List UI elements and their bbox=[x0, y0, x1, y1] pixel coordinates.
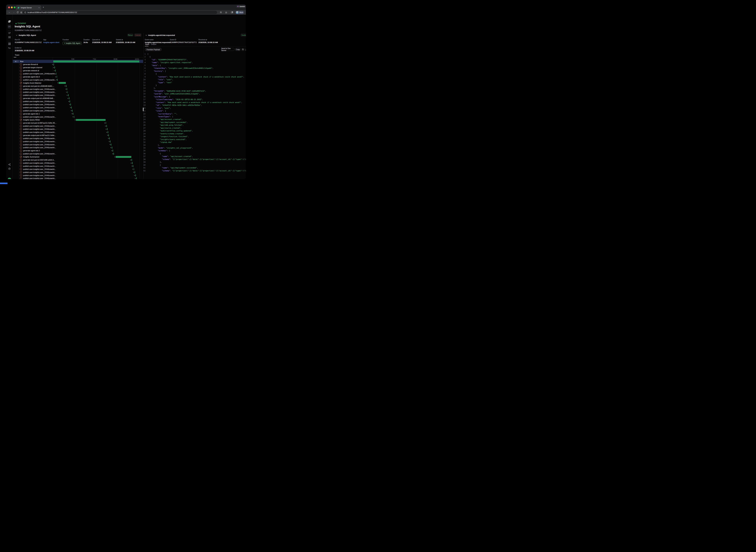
trace-span-row[interactable]: >_publish:user:insights:user_2VH6zowmh..… bbox=[13, 115, 143, 118]
trace-span-row[interactable]: >_generate-output-part-id-887aa111-5d4e.… bbox=[13, 134, 143, 137]
code-text: ], bbox=[148, 87, 156, 90]
trace-span-row[interactable]: >_publish:user:insights:user_2VH6zowmh..… bbox=[13, 152, 143, 155]
trace-span-row[interactable]: >_publish:user:insights:user_2VH6zowmh..… bbox=[13, 164, 143, 168]
forward-icon[interactable]: → bbox=[13, 11, 15, 13]
code-text: "data": { bbox=[148, 64, 161, 67]
site-info-icon[interactable] bbox=[24, 11, 26, 13]
trace-span-row[interactable]: >_generate-target-channel bbox=[13, 66, 143, 69]
invoke-button[interactable]: Invoke bbox=[241, 33, 246, 37]
minimize-window-button[interactable] bbox=[11, 7, 13, 8]
trace-span-row[interactable]: >_generate-output-part-id-c458648f-8d6..… bbox=[13, 97, 143, 100]
trace-span-row[interactable]: Insights Summarizer bbox=[13, 155, 143, 158]
dev-tools-button[interactable]: </> bbox=[8, 178, 11, 179]
step-icon: >_ bbox=[20, 159, 22, 161]
close-window-button[interactable] bbox=[8, 7, 10, 8]
trace-span-row[interactable]: >_publish:user:insights:user_2VH6zowmh..… bbox=[13, 140, 143, 143]
span-duration-bar bbox=[56, 73, 56, 75]
trace-span-row[interactable]: >_publish:user:insights:user_2VH6zowmh..… bbox=[13, 72, 143, 75]
trace-span-row[interactable]: >_publish:user:insights:user_2VH6zowmh..… bbox=[13, 109, 143, 112]
profile-chip[interactable]: Work bbox=[235, 11, 244, 14]
side-panel-icon[interactable] bbox=[231, 11, 233, 13]
step-icon: >_ bbox=[20, 91, 22, 93]
trace-span-row[interactable]: >_publish:user:insights:user_2VH6zowmh..… bbox=[13, 91, 143, 94]
tab-output[interactable]: Output bbox=[151, 43, 156, 45]
sidebar-divider bbox=[8, 30, 11, 31]
trace-span-row[interactable]: >_publish:user:insights:user_2VH6zowmh..… bbox=[13, 106, 143, 109]
bookmark-star-icon[interactable] bbox=[220, 11, 222, 13]
queue-tick bbox=[56, 80, 57, 80]
field-value[interactable]: insights-agent-client bbox=[43, 41, 59, 43]
trace-span-row[interactable]: >_publish:user:insights:user_2VH6zowmh..… bbox=[13, 78, 143, 81]
cancel-button[interactable]: Cancel bbox=[134, 33, 142, 37]
trace-span-row[interactable]: >_generate-agent-ids-0 bbox=[13, 75, 143, 79]
trace-span-row[interactable]: >_publish:user:insights:user_2VH6zowmh..… bbox=[13, 128, 143, 131]
sidebar-item-terminal[interactable] bbox=[6, 47, 13, 49]
trace-span-row[interactable]: >_publish:user:insights:user_2VH6zowmh..… bbox=[13, 143, 143, 146]
trace-span-row[interactable]: >_publish:user:insights:user_2VH6zowmh..… bbox=[13, 125, 143, 128]
code-text: }, bbox=[148, 161, 162, 163]
collapse-event-icon[interactable] bbox=[146, 34, 147, 35]
trace-span-row[interactable]: >_publish:user:insights:user_2VH6zowmh..… bbox=[13, 177, 143, 179]
code-text: "threadId": "3e84a93d-b2c6-4f28-bb47-cbd… bbox=[148, 90, 206, 93]
copy-button[interactable]: Copy bbox=[235, 48, 241, 51]
trace-span-row[interactable]: >_publish:user:insights:user_2VH6zowmh..… bbox=[13, 162, 143, 165]
tab-trace[interactable]: Trace bbox=[15, 54, 19, 56]
queue-tick bbox=[134, 175, 135, 176]
send-to-dev-server-button[interactable]: Send to Dev Server bbox=[221, 48, 234, 51]
back-icon[interactable]: ← bbox=[8, 11, 10, 13]
zoom-window-button[interactable] bbox=[14, 7, 15, 8]
extensions-icon[interactable] bbox=[225, 11, 227, 13]
trace-span-row[interactable]: >_generate-tool-part-id-887aa111-5d4e-45… bbox=[13, 121, 143, 125]
browser-tab[interactable]: Inngest Server × bbox=[16, 5, 41, 10]
trace-span-row[interactable]: >_publish:user:insights:user_2VH6zowmh..… bbox=[13, 100, 143, 103]
trace-span-row[interactable]: >_publish:user:insights:user_2VH6zowmh..… bbox=[13, 168, 143, 171]
sidebar-item-events[interactable] bbox=[6, 36, 13, 38]
span-count-chip[interactable]: 40 bbox=[14, 60, 19, 62]
trace-run-row[interactable]: 40 Run bbox=[13, 60, 143, 63]
trace-span-row[interactable]: >_generate-agent-ids-1 bbox=[13, 112, 143, 115]
function-payload-chip[interactable]: Function Payload bbox=[145, 48, 162, 51]
agent-icon bbox=[20, 119, 22, 121]
sidebar-item-runs[interactable] bbox=[6, 32, 13, 34]
trace-span-row[interactable]: >_publish:user:insights:user_2VH6zowmh..… bbox=[13, 171, 143, 174]
queue-tick bbox=[72, 113, 72, 114]
trace-span-row[interactable]: >_publish:user:insights:user_2VH6zowmh..… bbox=[13, 103, 143, 106]
trace-span-row[interactable]: >_publish:user:insights:user_2VH6zowmh..… bbox=[13, 146, 143, 149]
trace-span-row[interactable]: >_generate-network-id bbox=[13, 69, 143, 72]
rerun-button[interactable]: Rerun bbox=[128, 33, 133, 37]
tab-close-icon[interactable]: × bbox=[39, 7, 40, 9]
trace-span-row[interactable]: >_generate-tool-part-id-c458648f-8d60-..… bbox=[13, 85, 143, 88]
payload-code-editor[interactable]: 1[2 {3 "id": "01KHRMPVZP0V977KAT2GP3ST7J… bbox=[143, 53, 246, 179]
reload-icon[interactable] bbox=[17, 11, 19, 13]
share-icon[interactable] bbox=[6, 163, 13, 166]
code-line: 12 } bbox=[143, 84, 246, 87]
collapse-run-icon[interactable] bbox=[16, 34, 17, 35]
trace-span-row[interactable]: >_generate-text-part-id-9357e5f0-a530-4.… bbox=[13, 158, 143, 162]
gemini-badge[interactable]: Gemini bbox=[236, 5, 246, 8]
trace-span-label: generate-network-id bbox=[23, 70, 39, 72]
trace-span-row[interactable]: >_generate-thread-id bbox=[13, 63, 143, 66]
trace-span-row[interactable]: Insights Event Matcher bbox=[13, 81, 143, 85]
trace-span-row[interactable]: >_publish:user:insights:user_2VH6zowmh..… bbox=[13, 131, 143, 134]
trace-span-row[interactable]: >_publish:user:insights:user_2VH6zowmh..… bbox=[13, 88, 143, 91]
tab-input[interactable]: Input bbox=[145, 43, 149, 45]
new-tab-button[interactable]: + bbox=[43, 6, 44, 8]
function-badge[interactable]: ✦Insights SQL Agent bbox=[62, 42, 81, 45]
trace-span-row[interactable]: >_publish:user:insights:user_2VH6zowmh..… bbox=[13, 94, 143, 97]
help-icon[interactable] bbox=[6, 168, 13, 170]
url-bar[interactable]: localhost:8288/run?runID=01KHRMPW77GVMAJ… bbox=[23, 11, 217, 14]
trace-span-label: publish:user:insights:user_2VH6zowmh... bbox=[23, 73, 56, 75]
queue-tick bbox=[53, 67, 54, 68]
code-line: 40 { bbox=[143, 164, 246, 166]
sidebar-item-apps[interactable] bbox=[6, 42, 13, 45]
field-received-at: Received at2/18/2026, 10:08:15 AM bbox=[198, 39, 218, 43]
env-badge[interactable]: DV bbox=[8, 25, 11, 28]
home-icon[interactable] bbox=[20, 11, 22, 13]
word-wrap-icon[interactable] bbox=[241, 48, 244, 51]
expand-icon[interactable] bbox=[245, 48, 246, 51]
trace-span-row[interactable]: >_generate-agent-ids-2 bbox=[13, 149, 143, 152]
line-number: 20 bbox=[143, 107, 148, 110]
trace-span-row[interactable]: >_publish:user:insights:user_2VH6zowmh..… bbox=[13, 174, 143, 177]
trace-span-row[interactable]: Insights Query Writer bbox=[13, 118, 143, 121]
trace-span-row[interactable]: >_publish:user:insights:user_2VH6zowmh..… bbox=[13, 137, 143, 140]
